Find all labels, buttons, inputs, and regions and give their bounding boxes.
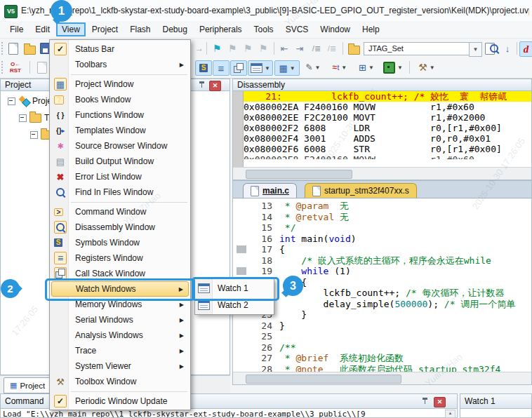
view-menu-item-call-stack-window[interactable]: Call Stack Window bbox=[51, 266, 189, 281]
view-menu-item-serial-windows[interactable]: Serial Windows▶ bbox=[51, 312, 189, 328]
scrollbar-thumb[interactable] bbox=[246, 170, 352, 179]
clear-bookmarks-button[interactable]: ⚑ bbox=[257, 41, 270, 55]
disassembly-row[interactable]: 0x080002F8 F2400160 MOVW r1,#0x60 bbox=[244, 154, 531, 159]
comment-button[interactable]: /≣ bbox=[310, 41, 323, 55]
disassembly-content[interactable]: 21: lckfb_count++; /* 姣忔 寰 幇锛屼0x080002EA… bbox=[233, 91, 531, 167]
disassembly-current-line[interactable]: 21: lckfb_count++; /* 姣忔 寰 幇锛屼 bbox=[244, 91, 531, 102]
toolbox-button[interactable]: ⚒▼ bbox=[415, 60, 439, 74]
indent-button[interactable]: ⇥ bbox=[293, 41, 306, 55]
symbols-window-button[interactable]: S bbox=[195, 60, 212, 76]
view-menu-item-books-window[interactable]: ?Books Window bbox=[51, 92, 189, 107]
disassembly-row[interactable]: 0x080002EA F2400160 MOVW r1,#0x60 bbox=[244, 102, 531, 112]
code-line[interactable]: 23 } bbox=[233, 309, 531, 321]
view-menu-item-trace[interactable]: Trace▶ bbox=[51, 343, 189, 358]
find-in-files-button[interactable] bbox=[484, 41, 498, 55]
view-menu-item-command-window[interactable]: >Command Window bbox=[51, 204, 189, 220]
reset-cpu-button[interactable]: O←RST bbox=[6, 60, 25, 74]
dropdown-arrow-icon[interactable]: ▼ bbox=[315, 65, 321, 71]
close-icon[interactable]: ✕ bbox=[209, 81, 221, 91]
disassembly-row[interactable]: 0x080002F4 3001 ADDS r0,r0,#0x01 bbox=[244, 133, 531, 144]
menu-debug[interactable]: Debug bbox=[157, 22, 193, 36]
debug-session-button[interactable]: d bbox=[519, 41, 532, 57]
menu-edit[interactable]: Edit bbox=[29, 22, 55, 36]
tree-item-target-group[interactable]: T bbox=[19, 112, 49, 124]
collapse-icon[interactable] bbox=[19, 114, 27, 122]
menu-project[interactable]: Project bbox=[86, 22, 124, 36]
peripherals-button[interactable]: ▼ bbox=[381, 60, 405, 74]
view-menu-item-build-output-window[interactable]: ▤Build Output Window bbox=[51, 154, 189, 169]
disassembly-row[interactable]: 0x080002F2 6808 LDR r0,[r1,#0x00] bbox=[244, 123, 531, 133]
view-menu-item-disassembly-window[interactable]: Disassembly Window bbox=[51, 220, 189, 235]
code-line[interactable]: 16int main(void) bbox=[233, 234, 531, 245]
unindent-button[interactable]: ⇤ bbox=[278, 41, 291, 55]
menu-file[interactable]: File bbox=[4, 22, 29, 36]
menu-help[interactable]: Help bbox=[357, 22, 385, 36]
disassembly-row[interactable]: 0x080002F6 6008 STR r0,[r1,#0x00] bbox=[244, 144, 531, 154]
prev-bookmark-button[interactable]: ⚑ bbox=[226, 41, 239, 55]
view-menu-item-analysis-windows[interactable]: Analysis Windows▶ bbox=[51, 328, 189, 343]
editor-hscrollbar[interactable] bbox=[233, 372, 531, 384]
uncomment-button[interactable]: /≣ bbox=[326, 41, 338, 55]
dropdown-arrow-icon[interactable]: ▼ bbox=[290, 65, 295, 72]
incremental-find-button[interactable]: ↓ bbox=[501, 41, 514, 55]
serial-windows-button[interactable]: ✎▼ bbox=[301, 60, 325, 74]
navigate-forward-button[interactable]: → bbox=[194, 41, 205, 55]
view-menu-item-system-viewer[interactable]: System Viewer▶ bbox=[51, 358, 189, 374]
code-line[interactable]: 18 /* 嵌入式系统的主循环，程序会永远在while bbox=[233, 255, 531, 267]
next-bookmark-button[interactable]: ⚑ bbox=[241, 41, 254, 55]
view-menu-item-status-bar[interactable]: ✓Status Bar bbox=[51, 41, 189, 57]
show-next-statement-button[interactable]: ↓ bbox=[35, 60, 49, 74]
new-file-button[interactable] bbox=[7, 41, 20, 55]
view-menu-item-watch-windows[interactable]: Watch Windows▶ bbox=[51, 281, 189, 297]
dropdown-arrow-icon[interactable]: ▼ bbox=[397, 65, 403, 71]
toolbar-grip[interactable] bbox=[1, 42, 5, 55]
code-line[interactable]: 26/** bbox=[233, 342, 531, 353]
call-stack-window-button[interactable] bbox=[230, 60, 247, 76]
code-line[interactable]: 25 bbox=[233, 331, 531, 342]
collapse-icon[interactable] bbox=[8, 97, 15, 105]
scroll-up-arrow[interactable]: ▲ bbox=[445, 410, 455, 418]
close-icon[interactable]: ✕ bbox=[434, 397, 446, 407]
pin-icon[interactable] bbox=[422, 397, 429, 405]
dropdown-arrow-icon[interactable]: ▼ bbox=[368, 65, 374, 71]
menu-window[interactable]: Window bbox=[314, 22, 356, 36]
target-select-dropdown[interactable]: ▼ bbox=[469, 42, 482, 57]
code-line[interactable]: 20 { bbox=[233, 277, 531, 288]
code-line[interactable]: 15 */ bbox=[233, 222, 531, 234]
code-line[interactable]: 21 lckfb_count++; /* 每次循环，让计数器 bbox=[233, 288, 531, 299]
menu-view[interactable]: View bbox=[56, 22, 86, 36]
code-line[interactable]: 14 * @retval 无 bbox=[233, 212, 531, 223]
menu-flash[interactable]: Flash bbox=[124, 22, 156, 36]
system-viewer-button[interactable]: ⊞▼ bbox=[354, 60, 378, 74]
code-line[interactable]: 19 while (1) bbox=[233, 266, 531, 277]
target-select-combo[interactable]: JTAG_Set bbox=[364, 42, 473, 55]
view-menu-item-templates-window[interactable]: {}▸Templates Window bbox=[51, 123, 189, 138]
dropdown-arrow-icon[interactable]: ▼ bbox=[430, 65, 435, 71]
code-line[interactable]: 13 * @param 无 bbox=[233, 201, 531, 212]
submenu-item-watch-1[interactable]: Watch 1 bbox=[195, 280, 274, 297]
editor-tab-startup_stm32f407xx.s[interactable]: startup_stm32f407xx.s bbox=[305, 183, 417, 198]
disassembly-hscrollbar[interactable] bbox=[233, 167, 531, 180]
view-menu-item-symbols-window[interactable]: SSymbols Window bbox=[51, 235, 189, 250]
menu-svcs[interactable]: SVCS bbox=[280, 22, 314, 36]
view-menu-item-project-window[interactable]: ▦Project Window bbox=[51, 76, 189, 92]
registers-window-button[interactable]: ≡ bbox=[213, 60, 230, 76]
view-menu-item-source-browser-window[interactable]: ✱Source Browser Window bbox=[51, 138, 189, 154]
analysis-windows-button[interactable]: ≈t▼ bbox=[328, 60, 352, 74]
configure-flash-button[interactable] bbox=[347, 41, 361, 55]
watch-windows-button[interactable]: ▼ bbox=[248, 60, 273, 76]
view-menu-item-memory-windows[interactable]: Memory Windows▶ bbox=[51, 297, 189, 312]
tree-item-project[interactable]: Proje bbox=[8, 95, 52, 107]
tab-project[interactable]: ▦ Project bbox=[4, 377, 51, 393]
view-menu-item-functions-window[interactable]: { }Functions Window bbox=[51, 107, 189, 123]
scrollbar-thumb[interactable] bbox=[246, 375, 401, 384]
collapse-icon[interactable] bbox=[30, 131, 38, 139]
insert-bookmark-button[interactable]: ⚑ bbox=[211, 41, 223, 55]
submenu-item-watch-2[interactable]: Watch 2 bbox=[195, 297, 274, 314]
view-menu-item-periodic-window-update[interactable]: ✓Periodic Window Update bbox=[51, 393, 189, 409]
code-area[interactable]: 13 * @param 无14 * @retval 无15 */16int ma… bbox=[233, 198, 531, 373]
view-menu-item-registers-window[interactable]: ≡Registers Window bbox=[51, 250, 189, 266]
code-line[interactable]: 27 * @brief 系统初始化函数 bbox=[233, 353, 531, 364]
editor-tab-main.c[interactable]: main.c bbox=[243, 183, 297, 198]
view-menu-item-error-list-window[interactable]: ✖Error List Window bbox=[51, 169, 189, 184]
